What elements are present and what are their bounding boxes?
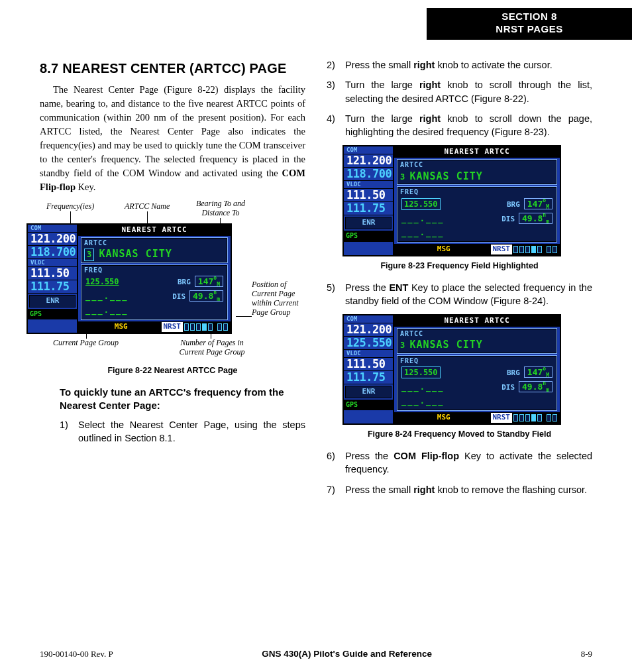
screen-title: NEAREST ARTCC: [78, 225, 231, 236]
com-active: 121.200: [28, 233, 77, 246]
status-bar: MSG NRST: [78, 321, 231, 333]
artcc-name: KANSAS CITY: [99, 248, 172, 260]
section-heading: 8.7 NEAREST CENTER (ARTCC) PAGE: [40, 60, 305, 78]
gns-screen-22: COM 121.200 118.700 VLOC 111.50 111.75 E…: [26, 223, 232, 334]
gps-label: GPS: [28, 309, 77, 320]
step1-text: Select the Nearest Center Page, using th…: [78, 418, 305, 445]
section-tab: SECTION 8 NRST PAGES: [427, 8, 632, 40]
gns-screen-24: COM 121.200 125.550 VLOC 111.50 111.75 E…: [342, 314, 561, 425]
intro-c: Key.: [76, 182, 95, 192]
nrst-badge: NRST: [162, 322, 184, 332]
freq-highlighted: 125.550: [401, 198, 441, 210]
step-7: 7) Press the small right knob to remove …: [327, 483, 592, 496]
fig23-caption: Figure 8-23 Frequency Field Highlighted: [327, 260, 592, 272]
intro-a: The Nearest Center Page (Figure 8-22) di…: [40, 84, 305, 178]
step-6: 6) Press the COM Flip-flop Key to activa…: [327, 449, 592, 476]
procedure-title: To quickly tune an ARTCC's frequency fro…: [60, 386, 305, 413]
msg-indicator: MSG: [115, 322, 128, 332]
freq-dashes: ___.___: [85, 291, 129, 302]
freq-panel: FREQ 125.550 BRG147oM ___.___ DIS49.8nm …: [81, 264, 228, 320]
figure-8-23-wrap: COM 121.200 118.700 VLOC 111.50 111.75 E…: [342, 145, 592, 256]
figure-8-22-wrap: Frequency(ies) ARTCC Name Bearing To and…: [40, 202, 305, 361]
page-group: NRST: [162, 322, 229, 332]
callout-num-pages: Number of Pages in Current Page Group: [172, 339, 252, 357]
callout-frequency: Frequency(ies): [46, 202, 94, 211]
step-2: 2) Press the small right knob to activat…: [327, 58, 592, 72]
step-3: 3) Turn the large right knob to scroll t…: [327, 78, 592, 105]
section-tab-line1: SECTION 8: [427, 11, 632, 23]
brg-val: 147oM: [195, 276, 223, 287]
gns-screen-23: COM 121.200 118.700 VLOC 111.50 111.75 E…: [342, 145, 561, 256]
enr-badge: ENR: [29, 295, 76, 308]
footer-right: 8-9: [581, 648, 592, 660]
section-tab-line2: NRST PAGES: [427, 23, 632, 36]
page-footer: 190-00140-00 Rev. P GNS 430(A) Pilot's G…: [40, 648, 592, 660]
intro-paragraph: The Nearest Center Page (Figure 8-22) di…: [40, 83, 305, 194]
vloc-active: 111.50: [28, 267, 77, 280]
gns-right-panel: NEAREST ARTCC ARTCC 3 KANSAS CITY FREQ: [78, 225, 231, 333]
com-standby-22: 118.700: [28, 246, 77, 259]
brg-label: BRG: [178, 278, 191, 286]
gns-left-panel: COM 121.200 118.700 VLOC 111.50 111.75 E…: [28, 225, 78, 333]
callout-current-group: Current Page Group: [53, 339, 119, 348]
com-standby-moved: 125.550: [344, 337, 393, 350]
step-4: 4) Turn the large right knob to scroll d…: [327, 112, 592, 139]
dis-val: 49.8nm: [189, 290, 223, 302]
dis-label: DIS: [172, 292, 185, 301]
artcc-num: 3: [84, 249, 94, 260]
callout-artcc-name: ARTCC Name: [125, 202, 170, 211]
fig24-caption: Figure 8-24 Frequency Moved to Standby F…: [327, 429, 592, 440]
fig22-caption: Figure 8-22 Nearest ARTCC Page: [40, 365, 305, 376]
step-1: 1) Select the Nearest Center Page, using…: [60, 418, 305, 445]
artcc-panel: ARTCC 3 KANSAS CITY: [81, 237, 228, 263]
footer-center: GNS 430(A) Pilot's Guide and Reference: [262, 648, 432, 660]
right-column: 2) Press the small right knob to activat…: [327, 53, 592, 503]
freq-label: FREQ: [81, 265, 227, 275]
vloc-standby: 111.75: [28, 280, 77, 294]
callout-brg-dis: Bearing To and Distance To: [192, 199, 249, 218]
footer-left: 190-00140-00 Rev. P: [40, 648, 113, 660]
freq-val: 125.550: [85, 276, 119, 287]
left-column: 8.7 NEAREST CENTER (ARTCC) PAGE The Near…: [40, 53, 305, 503]
callout-position: Position of Current Page within Current …: [252, 280, 305, 317]
step-5: 5) Press the ENT Key to place the select…: [327, 281, 592, 308]
figure-8-24-wrap: COM 121.200 125.550 VLOC 111.50 111.75 E…: [342, 314, 592, 425]
artcc-label: ARTCC: [81, 238, 227, 248]
